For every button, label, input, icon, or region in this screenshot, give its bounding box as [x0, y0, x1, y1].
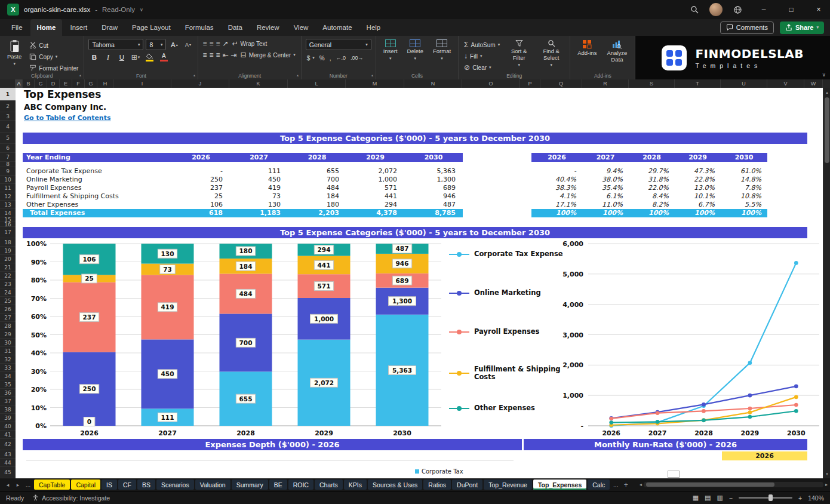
sheet-tab-captable[interactable]: CapTable [34, 480, 70, 490]
expense-value[interactable]: 250 [172, 176, 230, 184]
sort-filter-button[interactable]: Sort & Filter ▾ [505, 39, 533, 68]
sheet-tab-valuation[interactable]: Valuation [195, 480, 230, 490]
scroll-up-icon[interactable]: ▴ [823, 88, 830, 96]
ribbon-tab-help[interactable]: Help [360, 19, 388, 36]
decrease-indent-icon[interactable]: ⇤ [222, 51, 228, 59]
row-header-13[interactable]: 13 [0, 201, 16, 209]
expense-value[interactable]: 294 [346, 201, 404, 209]
paste-button[interactable]: Paste ▾ [4, 39, 24, 67]
zoom-in-button[interactable]: + [798, 494, 802, 502]
share-button[interactable]: Share ▾ [780, 21, 824, 34]
expense-percent[interactable]: - [531, 167, 582, 176]
row-header-23[interactable]: 23 [0, 280, 16, 288]
row-header-3[interactable]: 3 [0, 112, 16, 121]
italic-button[interactable]: I [102, 52, 113, 63]
row-header-35[interactable]: 35 [0, 380, 16, 389]
readonly-caret-icon[interactable]: ∨ [140, 7, 143, 13]
column-header-a[interactable]: A [16, 79, 23, 88]
expense-percent[interactable]: 61.0% [721, 167, 767, 176]
sheet-tab-scenarios[interactable]: Scenarios [156, 480, 194, 490]
column-header-k[interactable]: K [229, 79, 288, 88]
expense-value[interactable]: 655 [288, 167, 346, 176]
zoom-level[interactable]: 140% [808, 494, 824, 502]
row-header-42[interactable]: 42 [0, 439, 16, 450]
more-sheets-icon[interactable]: … [611, 482, 620, 488]
ribbon-tab-data[interactable]: Data [222, 19, 249, 36]
sheet-title[interactable]: Top Expenses [24, 88, 101, 100]
pct-year-header[interactable]: 2029 [675, 153, 721, 162]
expense-percent[interactable]: 6.1% [582, 192, 629, 201]
expense-percent[interactable]: 6.7% [675, 201, 721, 209]
column-header-o[interactable]: O [462, 79, 520, 88]
expense-value[interactable]: 946 [404, 192, 463, 201]
zoom-slider[interactable] [739, 497, 792, 499]
underline-button[interactable]: U [116, 52, 127, 63]
row-header-2[interactable]: 2 [0, 101, 16, 112]
column-header-d[interactable]: D [47, 79, 60, 88]
clear-button[interactable]: ⊘Clear▾ [463, 63, 501, 72]
row-header-15[interactable]: 15 [0, 217, 16, 222]
scroll-down-icon[interactable]: ▾ [823, 470, 830, 478]
expense-value[interactable]: 441 [346, 192, 404, 201]
expense-percent[interactable]: 4.1% [531, 192, 582, 201]
expense-value[interactable]: 419 [230, 184, 288, 192]
readonly-badge[interactable]: Read-Only [102, 6, 135, 13]
total-value[interactable]: 2,203 [288, 209, 346, 217]
shrink-font-button[interactable]: A▾ [182, 39, 193, 50]
page-break-view-icon[interactable]: ▥ [717, 494, 723, 502]
sheet-tab-is[interactable]: IS [102, 480, 117, 490]
analyze-data-button[interactable]: Analyze Data [603, 39, 631, 64]
sheet-tab-ratios[interactable]: Ratios [423, 480, 451, 490]
cut-button[interactable]: Cut [28, 41, 79, 50]
total-percent[interactable]: 100% [629, 209, 675, 217]
comments-button[interactable]: Comments [720, 21, 774, 34]
pct-year-header[interactable]: 2026 [531, 153, 582, 162]
row-header-44[interactable]: 44 [0, 459, 16, 467]
sheet-tab-calc[interactable]: Calc [588, 480, 610, 490]
expense-value[interactable]: 111 [230, 167, 288, 176]
currency-button[interactable]: $▾ [306, 53, 316, 63]
expense-value[interactable]: 25 [172, 192, 230, 201]
column-header-c[interactable]: C [35, 79, 47, 88]
expense-value[interactable]: 106 [172, 201, 230, 209]
banner-top5-table[interactable]: Top 5 Expense Categories ($'000) - 5 yea… [23, 133, 807, 144]
row-header-10[interactable]: 10 [0, 176, 16, 184]
sheet-tab-charts[interactable]: Charts [315, 480, 343, 490]
row-header-38[interactable]: 38 [0, 405, 16, 414]
font-color-button[interactable]: A [158, 53, 170, 62]
prev-sheet-icon[interactable]: ◂ [4, 482, 12, 488]
expense-value[interactable]: 184 [288, 192, 346, 201]
percent-button[interactable]: % [318, 53, 326, 63]
column-header-m[interactable]: M [346, 79, 404, 88]
year-header[interactable]: 2029 [346, 153, 404, 162]
row-header-34[interactable]: 34 [0, 372, 16, 380]
increase-indent-icon[interactable]: ⇥ [231, 51, 237, 59]
row-header-14[interactable]: 14 [0, 209, 16, 217]
column-header-s[interactable]: S [629, 79, 675, 88]
search-button[interactable] [684, 0, 705, 19]
expense-value[interactable]: - [172, 167, 230, 176]
minimize-button[interactable]: – [752, 0, 775, 19]
expense-value[interactable]: 689 [404, 184, 463, 192]
total-label[interactable]: Total Expenses [23, 209, 172, 217]
year-header[interactable]: 2027 [230, 153, 288, 162]
expense-percent[interactable]: 38.3% [531, 184, 582, 192]
row-header-19[interactable]: 19 [0, 247, 16, 255]
ribbon-tab-insert[interactable]: Insert [63, 19, 94, 36]
fill-color-button[interactable] [143, 53, 155, 62]
row-header-7[interactable]: 7 [0, 153, 16, 162]
expense-value[interactable]: 700 [288, 176, 346, 184]
column-header-h[interactable]: H [97, 79, 113, 88]
expense-percent[interactable]: 8.4% [629, 192, 675, 201]
row-header-30[interactable]: 30 [0, 339, 16, 347]
expense-label[interactable]: Payroll Expenses [23, 184, 172, 192]
ribbon-collapse-icon[interactable]: ∨ [822, 72, 826, 78]
total-value[interactable]: 8,785 [404, 209, 463, 217]
row-header-9[interactable]: 9 [0, 167, 16, 176]
row-header-21[interactable]: 21 [0, 263, 16, 272]
column-header-f[interactable]: F [72, 79, 85, 88]
row-header-11[interactable]: 11 [0, 184, 16, 192]
sheet-tab-dupont[interactable]: DuPont [452, 480, 482, 490]
expense-percent[interactable]: 38.0% [582, 176, 629, 184]
expense-percent[interactable]: 7.8% [721, 184, 767, 192]
